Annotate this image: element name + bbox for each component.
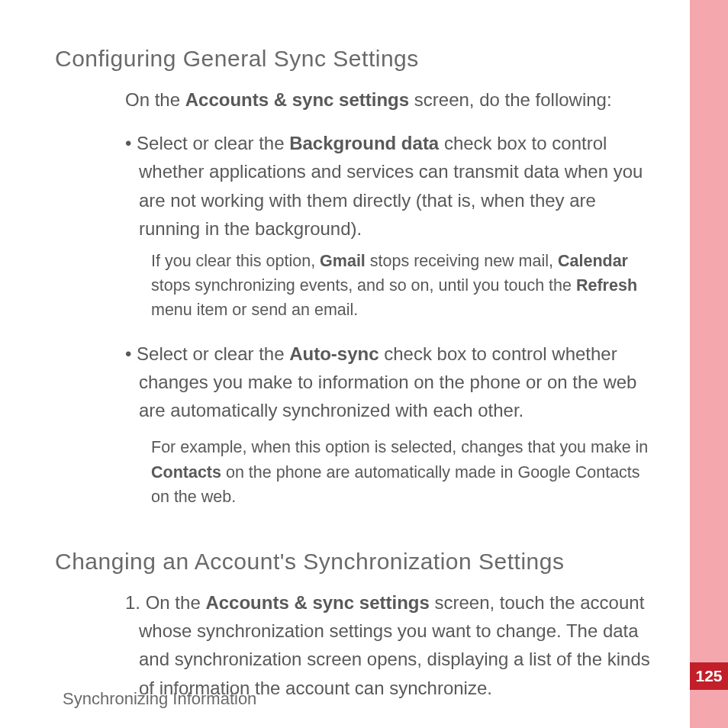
list-item: 1. On the Accounts & sync settings scree…: [125, 588, 658, 702]
step-text: 1. On the Accounts & sync settings scree…: [139, 588, 658, 702]
page-number-tab: 125: [690, 662, 728, 690]
text: If you clear this option,: [151, 252, 320, 270]
text: For example, when this option is selecte…: [151, 438, 648, 456]
side-stripe: [690, 0, 728, 728]
bold-text: Accounts & sync settings: [205, 592, 429, 613]
intro-line: On the Accounts & sync settings screen, …: [125, 85, 658, 114]
page-content: Configuring General Sync Settings On the…: [55, 46, 658, 719]
heading-changing-account-sync: Changing an Account's Synchronization Se…: [55, 549, 658, 575]
text: screen, do the following:: [409, 89, 612, 110]
heading-configuring-sync: Configuring General Sync Settings: [55, 46, 658, 72]
page-number: 125: [695, 667, 722, 685]
bullet-text: Select or clear the Auto-sync check box …: [139, 340, 658, 425]
note-text: For example, when this option is selecte…: [151, 435, 658, 509]
text: Select or clear the: [137, 343, 289, 364]
text: On the: [146, 592, 206, 613]
text: On the: [125, 89, 185, 110]
bold-text: Gmail: [320, 252, 366, 270]
text: menu item or send an email.: [151, 301, 358, 319]
numbered-list: 1. On the Accounts & sync settings scree…: [125, 588, 658, 702]
bold-text: Accounts & sync settings: [185, 89, 409, 110]
note-text: If you clear this option, Gmail stops re…: [151, 249, 658, 323]
bold-text: Refresh: [576, 276, 637, 295]
list-item: Select or clear the Auto-sync check box …: [125, 340, 658, 509]
bold-text: Auto-sync: [289, 343, 378, 364]
list-item: Select or clear the Background data chec…: [125, 129, 658, 323]
text: Select or clear the: [137, 133, 289, 153]
text: on the phone are automatically made in G…: [151, 463, 640, 506]
bullet-list: Select or clear the Background data chec…: [125, 129, 658, 509]
footer-chapter-title: Synchronizing Information: [63, 689, 256, 709]
text: stops receiving new mail,: [366, 252, 558, 270]
text: stops synchronizing events, and so on, u…: [151, 276, 576, 295]
bold-text: Background data: [289, 133, 439, 153]
bold-text: Calendar: [558, 252, 628, 270]
bold-text: Contacts: [151, 463, 221, 482]
bullet-text: Select or clear the Background data chec…: [139, 129, 658, 243]
step-number: 1.: [125, 592, 146, 613]
